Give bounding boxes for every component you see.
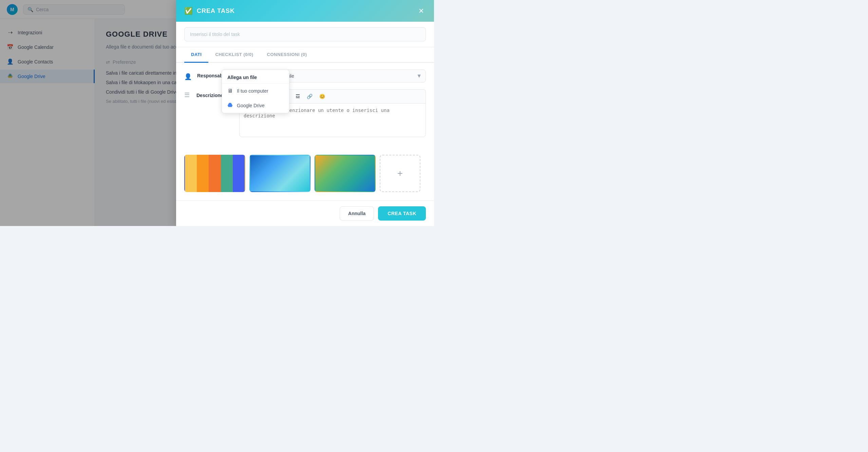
person-icon: 👤 xyxy=(184,73,192,80)
google-drive-icon xyxy=(227,102,233,109)
computer-icon: 🖥 xyxy=(227,88,233,94)
form-section: 👤 Responsabile Seleziona responsabile ▼ … xyxy=(176,63,434,152)
modal-body: DATI CHECKLIST (0/0) CONNESSIONI (0) 👤 R… xyxy=(176,22,434,201)
task-check-icon: ✅ xyxy=(184,7,193,15)
modal-tabs: DATI CHECKLIST (0/0) CONNESSIONI (0) xyxy=(176,47,434,63)
attach-file-dropdown: Allega un file 🖥 Il tuo computer Google … xyxy=(222,70,289,113)
task-title-input[interactable] xyxy=(184,27,426,41)
description-icon: ☰ xyxy=(184,91,191,99)
cover-add-button[interactable]: + xyxy=(380,155,420,192)
attach-dropdown-title: Allega un file xyxy=(222,70,289,84)
modal-footer: Annulla CREA TASK xyxy=(176,201,434,226)
create-task-button[interactable]: CREA TASK xyxy=(378,206,426,221)
cover-colorful[interactable] xyxy=(184,155,245,192)
modal-header: ✅ CREA TASK ✕ xyxy=(176,0,434,22)
cover-teal-yellow[interactable] xyxy=(315,155,376,192)
attach-option-google-drive[interactable]: Google Drive xyxy=(222,98,289,113)
tab-connessioni[interactable]: CONNESSIONI (0) xyxy=(260,47,314,63)
tab-checklist[interactable]: CHECKLIST (0/0) xyxy=(208,47,260,63)
description-row: ☰ Descrizione B I A ▼ ☰ ☲ 🔗 xyxy=(184,89,426,138)
cancel-button[interactable]: Annulla xyxy=(340,206,374,221)
tab-dati[interactable]: DATI xyxy=(184,47,208,63)
emoji-button[interactable]: 😊 xyxy=(317,92,327,100)
covers-section: + xyxy=(176,152,434,199)
cover-blue-abstract[interactable] xyxy=(249,155,310,192)
modal-close-button[interactable]: ✕ xyxy=(416,6,426,16)
attach-option-computer[interactable]: 🖥 Il tuo computer xyxy=(222,84,289,98)
title-input-wrap xyxy=(176,22,434,47)
create-task-modal: ✅ CREA TASK ✕ DATI CHECKLIST (0/0) CONNE… xyxy=(176,0,434,226)
link-button[interactable]: 🔗 xyxy=(305,92,315,100)
modal-title: CREA TASK xyxy=(197,7,412,15)
list-ordered-button[interactable]: ☲ xyxy=(294,92,302,100)
assignee-row: 👤 Responsabile Seleziona responsabile ▼ … xyxy=(184,70,426,82)
